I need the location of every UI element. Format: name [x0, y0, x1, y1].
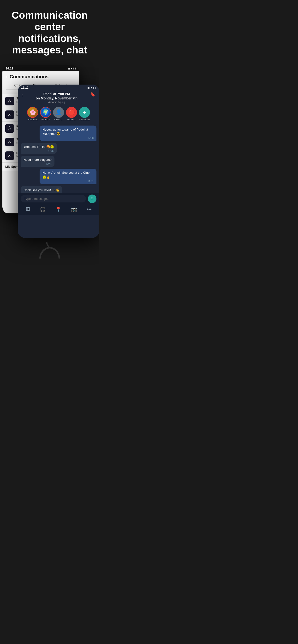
participant-antonio: 🌍 Antonio T. [40, 107, 51, 121]
message-text: Need more players? [24, 158, 52, 162]
participant-name-annarita: Annarita F. [27, 118, 38, 121]
avatar-antonio[interactable]: 🌍 [40, 107, 51, 118]
message-time: 17:42 [43, 180, 94, 183]
message-bubble: Cool! See you later! 🕶️👋 17:43 [21, 186, 62, 192]
club-logo [5, 110, 14, 119]
message-text: No, we're full! See you at the Club 🥎✌ [43, 171, 89, 179]
participant-name-antonio: Antonio T. [41, 118, 50, 121]
location-icon[interactable]: 📍 [55, 206, 61, 212]
chat-event-title: Padel at 7:00 PMon Monday, November 7th [26, 92, 88, 100]
message-row: Heeey, up for a game of Padel at 7:00 pm… [21, 126, 96, 141]
chat-input[interactable] [21, 195, 86, 202]
participant-name-amela: Amela C. [54, 118, 63, 121]
hero-title: Communication center notifications, mess… [5, 10, 95, 56]
message-time: 17:38 [43, 136, 94, 140]
phone-front: 16:12 ▣ ▾ 84 ‹ Padel at 7:00 PMon Monday… [18, 84, 99, 238]
chat-participants: 🌸 Annarita F. 🌍 Antonio T. 👤 Amela C. 🔴 … [18, 106, 99, 123]
club-logo [5, 124, 14, 133]
message-row: No, we're full! See you at the Club 🥎✌ 1… [21, 169, 96, 184]
club-logo [5, 152, 14, 160]
participant-annarita: 🌸 Annarita F. [27, 107, 38, 121]
message-row: Need more players? 17:41 [21, 156, 96, 167]
message-text: Heeey, up for a game of Padel at 7:00 pm… [43, 128, 88, 136]
message-bubble: Heeey, up for a game of Padel at 7:00 pm… [40, 126, 96, 141]
chat-header-info: Padel at 7:00 PMon Monday, November 7th … [26, 92, 88, 103]
camera-icon[interactable]: 📷 [71, 206, 77, 212]
image-icon[interactable]: 🖼 [26, 206, 30, 212]
participant-paola: 🔴 Paola C. [66, 107, 77, 121]
chat-input-bar: 🎙 [18, 192, 99, 205]
bookmark-icon[interactable]: 🔖 [90, 92, 95, 97]
participant-partecipate: ＋ Partecipate [79, 107, 90, 121]
back-time: 16:12 [6, 67, 13, 70]
message-bubble: Need more players? 17:41 [21, 156, 54, 167]
avatar-paola[interactable]: 🔴 [66, 107, 77, 118]
hero-section: Communication center notifications, mess… [0, 0, 99, 63]
club-logo [5, 138, 14, 146]
message-row: Yeeeees! I'm in! 🤩🥎 17:39 [21, 143, 96, 154]
message-time: 17:41 [24, 162, 52, 166]
front-status-icons: ▣ ▾ 84 [87, 86, 96, 89]
avatar-annarita[interactable]: 🌸 [27, 107, 38, 118]
chat-messages: Heeey, up for a game of Padel at 7:00 pm… [18, 123, 99, 192]
avatar-amela[interactable]: 👤 [53, 107, 64, 118]
phones-container: 16:12 ▣ ▾ 84 ‹ Communications Chat Messa… [0, 66, 99, 233]
message-row: Cool! See you later! 🕶️👋 17:43 [21, 186, 96, 192]
message-bubble: Yeeeees! I'm in! 🤩🥎 17:39 [21, 143, 57, 154]
chat-typing-indicator: Antonio typing [26, 100, 88, 104]
front-time: 16:12 [21, 86, 29, 89]
partecipate-button[interactable]: ＋ [79, 107, 90, 118]
club-logo [5, 97, 14, 106]
bottom-logo [35, 242, 64, 262]
comm-back-row: ‹ Communications [6, 74, 75, 80]
chat-toolbar: 🖼 🎧 📍 📷 ••• [18, 205, 99, 215]
message-bubble: No, we're full! See you at the Club 🥎✌ 1… [40, 169, 96, 184]
participant-name-paola: Paola C. [67, 118, 76, 121]
more-icon[interactable]: ••• [87, 206, 92, 212]
chat-back-icon[interactable]: ‹ [22, 93, 23, 98]
bottom-area [0, 233, 99, 267]
message-text: Cool! See you later! 🕶️👋 [24, 188, 60, 192]
participant-amela: 👤 Amela C. [53, 107, 64, 121]
mic-button[interactable]: 🎙 [88, 194, 96, 203]
message-text: Yeeeees! I'm in! 🤩🥎 [24, 145, 54, 148]
chat-header: ‹ Padel at 7:00 PMon Monday, November 7t… [18, 90, 99, 105]
back-status-icons: ▣ ▾ 84 [68, 67, 76, 70]
audio-icon[interactable]: 🎧 [40, 206, 46, 212]
comm-title: Communications [10, 74, 49, 80]
message-time: 17:39 [24, 150, 54, 153]
participant-name-partecipate: Partecipate [79, 118, 90, 121]
back-arrow-icon[interactable]: ‹ [6, 74, 8, 79]
back-status-bar: 16:12 ▣ ▾ 84 [3, 66, 79, 71]
front-status-bar: 16:12 ▣ ▾ 84 [18, 84, 99, 90]
